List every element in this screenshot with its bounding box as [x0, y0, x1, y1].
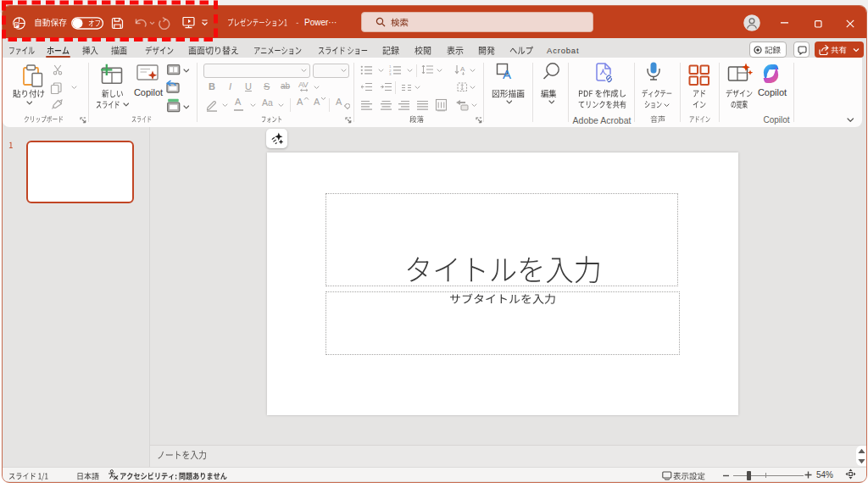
svg-text:A: A	[460, 65, 465, 73]
svg-text:A: A	[503, 67, 511, 80]
svg-text:3: 3	[389, 72, 392, 75]
